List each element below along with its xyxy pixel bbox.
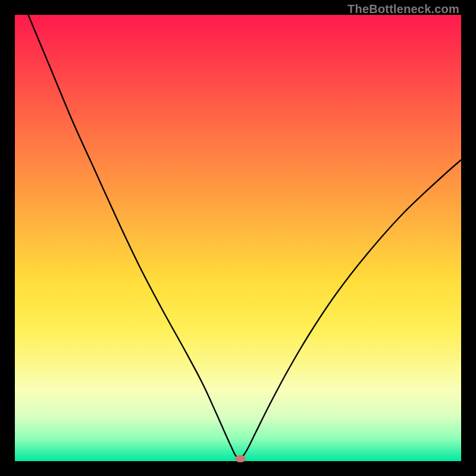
plot-area xyxy=(15,15,461,461)
bottleneck-curve xyxy=(15,15,461,461)
chart-frame: TheBottleneck.com xyxy=(0,0,476,476)
watermark-text: TheBottleneck.com xyxy=(347,2,459,16)
optimum-marker-icon xyxy=(235,455,246,462)
